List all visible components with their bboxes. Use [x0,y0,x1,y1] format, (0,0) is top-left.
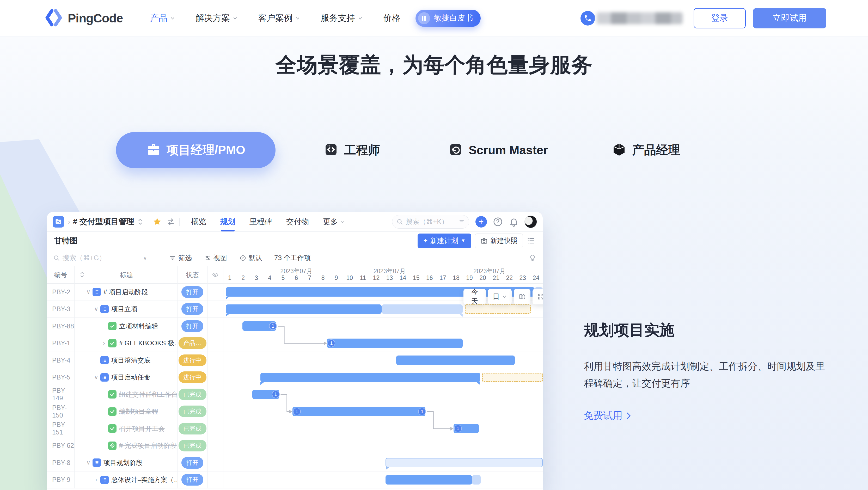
gantt-bar-segment[interactable] [482,373,543,382]
free-trial-link[interactable]: 免费试用 [584,409,632,422]
row-title[interactable]: 项目规划阶段 [103,458,143,467]
nav-item[interactable]: 价格 [383,12,400,24]
table-row[interactable]: PBY-62# 完成项目启动阶段…已完成 [47,437,543,455]
gantt-bar-segment[interactable] [385,458,543,467]
status-badge[interactable]: 已完成 [179,389,207,400]
status-badge[interactable]: 打开 [181,474,203,486]
expander-down-icon[interactable]: ∨ [93,374,100,381]
dependency-count-badge[interactable]: 1 [418,408,426,416]
table-row[interactable]: PBY-88立项材料编辑打开1 [47,318,543,335]
swap-icon[interactable] [167,218,175,226]
row-title[interactable]: # 完成项目启动阶段… [119,441,177,450]
help-icon[interactable] [493,217,503,227]
dependency-count-badge[interactable]: 1 [293,408,301,416]
row-title[interactable]: 召开项目开工会 [119,424,165,433]
tip-bulb-icon[interactable] [529,254,536,262]
role-tab[interactable]: Scrum Master [448,142,548,158]
expander-down-icon[interactable]: ∨ [85,459,92,466]
filter-button[interactable]: 筛选 [169,253,192,263]
column-header-id[interactable]: 编号 [47,266,74,283]
toggle-columns-icon[interactable] [514,289,530,304]
expander-down-icon[interactable]: ∨ [85,288,92,295]
status-badge[interactable]: 进行中 [179,355,207,366]
table-row[interactable]: PBY-9›总体设计=实施方案（…打开 [47,471,543,489]
login-button[interactable]: 登录 [693,8,746,28]
status-badge[interactable]: 进行中 [179,371,207,383]
status-badge[interactable]: 打开 [181,457,203,469]
view-button[interactable]: 视图 [204,253,227,263]
column-header-status[interactable]: 状态 [177,266,208,283]
breadcrumb-project-title[interactable]: # 交付型项目管理 [73,216,134,227]
gantt-bar-segment[interactable] [382,304,463,314]
role-tab[interactable]: 产品经理 [612,142,680,158]
app-tab[interactable]: 里程碑 [249,212,272,232]
table-row[interactable]: PBY-149组建交付群和工作台已完成1 [47,386,543,403]
nav-item[interactable]: 客户案例 [258,12,300,24]
gantt-bar-segment[interactable] [292,407,426,416]
status-badge[interactable]: 打开 [181,303,203,315]
nav-item[interactable]: 服务支持 [320,12,363,24]
app-tab[interactable]: 交付物 [286,212,309,232]
role-tab[interactable]: 项目经理/PMO [116,132,276,168]
column-header-title[interactable]: 标题 [90,266,163,283]
row-title[interactable]: 编制项目章程 [119,407,158,416]
row-title[interactable]: 立项材料编辑 [119,322,158,331]
gantt-bar-segment[interactable] [396,356,515,365]
row-title[interactable]: # GEEKBOOKS 极… [119,339,177,347]
new-snapshot-button[interactable]: 新建快照 [475,234,523,248]
expander-down-icon[interactable]: ∨ [93,306,100,312]
eye-icon[interactable] [208,266,223,283]
row-title[interactable]: 总体设计=实施方案（… [111,476,177,484]
default-view-button[interactable]: 默认 [240,253,262,263]
today-button[interactable]: 今天 [463,289,486,304]
status-badge[interactable]: 打开 [181,286,203,298]
status-badge[interactable]: 已完成 [179,423,207,434]
project-folder-icon[interactable] [53,216,64,227]
view-list-icon[interactable] [527,236,535,245]
expander-right-icon[interactable]: › [100,340,107,347]
app-tab[interactable]: 概览 [191,212,206,232]
row-title[interactable]: 项目澄清交底 [111,356,150,365]
table-row[interactable]: PBY-150编制项目章程已完成11 [47,403,543,421]
table-row[interactable]: PBY-8∨项目规划阶段打开 [47,454,543,471]
dependency-count-badge[interactable]: 1 [272,391,280,398]
gantt-search-input[interactable]: 搜索（⌘+G） ∨ [53,253,147,263]
user-avatar[interactable] [524,216,537,228]
gantt-bar-segment[interactable] [385,475,472,485]
new-plan-button[interactable]: + 新建计划 ▼ [417,234,471,248]
expander-right-icon[interactable]: › [93,477,100,483]
project-switcher-icon[interactable] [137,218,143,226]
row-title[interactable]: # 项目启动阶段 [103,288,148,296]
time-scale-select[interactable]: 日 [488,289,512,304]
app-tab[interactable]: 更多 [323,212,345,232]
table-row[interactable]: PBY-4项目澄清交底进行中 [47,352,543,369]
row-title[interactable]: 项目立项 [111,305,137,313]
gantt-bar-segment[interactable] [472,475,480,485]
pingcode-logo[interactable]: PingCode [44,8,123,28]
status-badge[interactable]: 打开 [181,320,203,332]
dependency-count-badge[interactable]: 1 [328,339,335,347]
nav-item[interactable]: 解决方案 [195,12,238,24]
status-badge[interactable]: 已完成 [179,405,207,417]
global-search-input[interactable]: 搜索（⌘+K） [392,215,469,228]
status-badge[interactable]: 产品… [179,337,207,349]
row-title[interactable]: 项目启动任命 [111,373,150,381]
gantt-bar-segment[interactable] [260,373,480,382]
whitepaper-badge[interactable]: 敏捷白皮书 [415,10,480,27]
fullscreen-icon[interactable] [532,289,543,304]
gantt-bar-segment[interactable] [327,339,463,348]
sort-icon[interactable] [74,266,90,283]
role-tab[interactable]: 工程师 [324,142,380,158]
notifications-bell-icon[interactable] [509,217,519,227]
gantt-bar-segment[interactable] [226,304,382,314]
row-title[interactable]: 组建交付群和工作台 [119,390,177,399]
table-row[interactable]: PBY-151召开项目开工会已完成1 [47,420,543,437]
dependency-count-badge[interactable]: 1 [454,425,462,432]
table-row[interactable]: PBY-1›# GEEKBOOKS 极…产品…1 [47,335,543,352]
favorite-star-icon[interactable] [153,217,162,226]
status-badge[interactable]: 已完成 [179,440,207,452]
table-row[interactable]: PBY-5∨项目启动任命进行中 [47,369,543,386]
create-button[interactable]: + [475,216,487,227]
nav-item[interactable]: 产品 [150,12,175,24]
try-now-button[interactable]: 立即试用 [753,8,826,28]
